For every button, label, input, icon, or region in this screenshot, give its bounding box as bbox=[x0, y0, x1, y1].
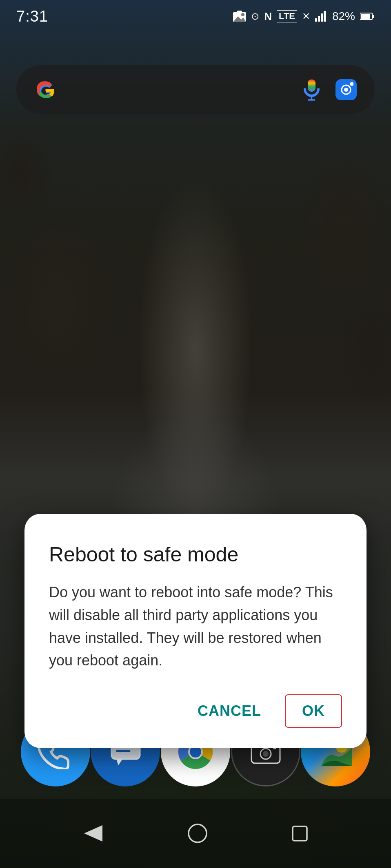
svg-rect-10 bbox=[372, 15, 374, 18]
ok-button[interactable]: OK bbox=[285, 694, 342, 728]
battery-percent: 82% bbox=[332, 10, 355, 23]
nav-bar bbox=[0, 799, 391, 868]
svg-rect-8 bbox=[324, 11, 326, 22]
svg-rect-7 bbox=[321, 13, 323, 22]
back-button[interactable] bbox=[82, 823, 104, 844]
svg-point-53 bbox=[189, 824, 207, 842]
lens-icon[interactable] bbox=[334, 77, 358, 102]
svg-rect-11 bbox=[361, 14, 370, 19]
svg-rect-6 bbox=[318, 16, 320, 22]
dialog-title: Reboot to safe mode bbox=[49, 542, 342, 567]
svg-rect-4 bbox=[237, 11, 242, 13]
status-icons: ⊙ N LTE ✕ 82% bbox=[233, 10, 375, 23]
lte-icon: LTE bbox=[277, 10, 297, 22]
svg-rect-23 bbox=[350, 82, 353, 86]
svg-rect-5 bbox=[315, 18, 317, 22]
reboot-dialog: Reboot to safe mode Do you want to reboo… bbox=[24, 514, 367, 748]
svg-point-22 bbox=[344, 88, 348, 92]
cancel-button[interactable]: CANCEL bbox=[186, 695, 273, 727]
nfc-icon: N bbox=[264, 10, 272, 23]
status-bar: 7:31 ⊙ N LTE ✕ bbox=[0, 0, 391, 33]
svg-rect-54 bbox=[293, 826, 307, 841]
battery-icon bbox=[360, 12, 375, 21]
google-logo: G G bbox=[33, 77, 59, 103]
svg-marker-52 bbox=[84, 825, 102, 841]
mic-icon[interactable] bbox=[299, 77, 324, 102]
svg-point-3 bbox=[241, 13, 244, 16]
nosim-icon: ✕ bbox=[302, 11, 310, 22]
svg-rect-17 bbox=[308, 80, 315, 92]
home-button[interactable] bbox=[187, 823, 208, 844]
photo-icon bbox=[233, 11, 246, 22]
dialog-message: Do you want to reboot into safe mode? Th… bbox=[49, 581, 342, 672]
dialog-buttons: CANCEL OK bbox=[49, 694, 342, 728]
location-icon: ⊙ bbox=[251, 11, 259, 22]
search-bar[interactable]: G G bbox=[16, 65, 375, 114]
svg-marker-42 bbox=[116, 759, 122, 765]
svg-point-49 bbox=[263, 751, 269, 757]
signal-icon bbox=[315, 11, 327, 22]
status-time: 7:31 bbox=[16, 8, 48, 25]
recents-button[interactable] bbox=[291, 824, 309, 843]
